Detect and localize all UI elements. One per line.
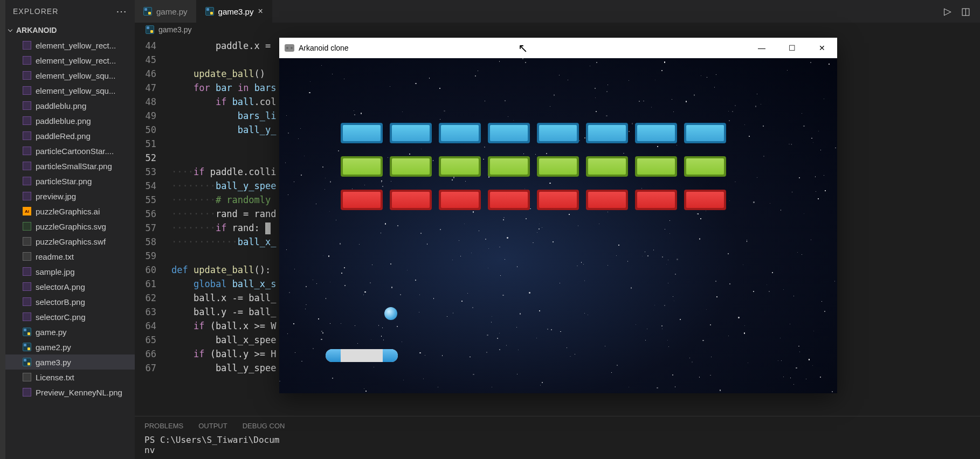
panel-tab[interactable]: OUTPUT xyxy=(198,422,227,430)
txt-file-icon xyxy=(23,373,31,381)
minimize-button[interactable]: — xyxy=(747,38,777,58)
file-item[interactable]: License.txt xyxy=(5,370,135,385)
file-item-label: element_yellow_squ... xyxy=(36,71,115,80)
brick-red xyxy=(488,190,530,210)
python-file-icon xyxy=(146,25,154,34)
brick-blue xyxy=(684,123,726,143)
file-item-label: puzzleGraphics.ai xyxy=(36,207,100,216)
bottom-panel: PROBLEMSOUTPUTDEBUG CON PS C:\Users\S_Ti… xyxy=(135,416,980,459)
tab-game3-py[interactable]: game3.py× xyxy=(197,0,272,23)
file-item-label: selectorC.png xyxy=(36,312,86,322)
file-item[interactable]: selectorA.png xyxy=(5,279,135,294)
maximize-button[interactable]: ☐ xyxy=(777,38,807,58)
file-item[interactable]: selectorC.png xyxy=(5,309,135,324)
file-item[interactable]: puzzleGraphics.svg xyxy=(5,219,135,234)
file-item-label: paddleRed.png xyxy=(36,131,91,141)
file-item[interactable]: Preview_KenneyNL.png xyxy=(5,385,135,400)
img-file-icon xyxy=(23,41,31,50)
file-item[interactable]: element_yellow_squ... xyxy=(5,83,135,98)
file-item[interactable]: paddleblu.png xyxy=(5,98,135,113)
run-icon[interactable]: ▷ xyxy=(944,5,951,17)
file-item-label: preview.jpg xyxy=(36,192,76,201)
file-item[interactable]: readme.txt xyxy=(5,249,135,264)
brick-green xyxy=(341,156,383,177)
brick-blue xyxy=(586,123,628,143)
window-title: Arkanoid clone xyxy=(299,44,349,52)
file-item-label: selectorB.png xyxy=(36,297,85,307)
file-item[interactable]: element_yellow_rect... xyxy=(5,53,135,68)
panel-tab[interactable]: DEBUG CON xyxy=(243,422,285,430)
close-button[interactable]: ✕ xyxy=(807,38,837,58)
file-item-label: puzzleGraphics.swf xyxy=(36,237,106,246)
file-item[interactable]: AipuzzleGraphics.ai xyxy=(5,204,135,219)
file-item-label: puzzleGraphics.svg xyxy=(36,222,106,231)
file-item-label: sample.jpg xyxy=(36,267,75,276)
file-item[interactable]: selectorB.png xyxy=(5,294,135,309)
img-file-icon xyxy=(23,147,31,155)
window-controls: — ☐ ✕ xyxy=(747,38,837,58)
file-item[interactable]: particleSmallStar.png xyxy=(5,158,135,173)
gamepad-icon xyxy=(285,44,294,52)
txt-file-icon xyxy=(23,237,31,246)
brick-blue xyxy=(439,123,481,143)
file-item[interactable]: preview.jpg xyxy=(5,189,135,204)
tabs-bar: game.pygame3.py× ▷ ◫ xyxy=(135,0,980,23)
file-item[interactable]: paddleblue.png xyxy=(5,113,135,128)
img-file-icon xyxy=(23,267,31,276)
file-item-label: element_yellow_rect... xyxy=(36,56,116,65)
tab-game-py[interactable]: game.py xyxy=(135,0,197,23)
editor-actions: ▷ ◫ xyxy=(944,0,980,23)
brick-green xyxy=(635,156,677,177)
file-item[interactable]: game.py xyxy=(5,324,135,339)
img-file-icon xyxy=(23,177,31,185)
brick-red xyxy=(635,190,677,210)
file-item-label: Preview_KenneyNL.png xyxy=(36,388,122,397)
folder-header[interactable]: ARKANOID xyxy=(5,23,135,38)
sidebar-header: EXPLORER ⋯ xyxy=(5,0,135,23)
brick-green xyxy=(488,156,530,177)
terminal-line: PS C:\Users\S_Tiwari\Docum xyxy=(144,435,980,445)
split-editor-icon[interactable]: ◫ xyxy=(961,5,970,17)
file-item-label: game2.py xyxy=(36,343,71,352)
file-item-label: element_yellow_squ... xyxy=(36,86,115,95)
explorer-title: EXPLORER xyxy=(13,7,58,16)
file-item[interactable]: game3.py xyxy=(5,354,135,370)
folder-name: ARKANOID xyxy=(16,26,57,34)
breadcrumb[interactable]: game3.py xyxy=(135,23,980,37)
ai-file-icon: Ai xyxy=(23,207,31,215)
brick-blue xyxy=(537,123,579,143)
file-item-label: paddleblue.png xyxy=(36,116,91,126)
file-list: element_yellow_rect...element_yellow_rec… xyxy=(5,38,135,459)
brick-red xyxy=(537,190,579,210)
terminal-output[interactable]: PS C:\Users\S_Tiwari\Docum nv xyxy=(135,435,980,459)
panel-tab[interactable]: PROBLEMS xyxy=(144,422,183,430)
file-item[interactable]: game2.py xyxy=(5,339,135,354)
brick-green xyxy=(537,156,579,177)
file-item-label: game3.py xyxy=(36,358,71,367)
game-canvas[interactable] xyxy=(279,58,837,393)
sidebar-more-icon[interactable]: ⋯ xyxy=(116,5,127,18)
file-item-label: particleStar.png xyxy=(36,177,92,186)
game-window: Arkanoid clone — ☐ ✕ xyxy=(279,38,837,393)
file-item[interactable]: particleCartoonStar.... xyxy=(5,143,135,158)
file-item[interactable]: paddleRed.png xyxy=(5,128,135,143)
py-file-icon xyxy=(23,358,31,366)
close-icon[interactable]: × xyxy=(258,6,263,16)
py-file-icon xyxy=(23,328,31,336)
brick-green xyxy=(684,156,726,177)
file-item[interactable]: puzzleGraphics.swf xyxy=(5,234,135,249)
file-item[interactable]: sample.jpg xyxy=(5,264,135,279)
img-file-icon xyxy=(23,162,31,170)
file-item[interactable]: element_yellow_rect... xyxy=(5,38,135,53)
file-item[interactable]: element_yellow_squ... xyxy=(5,68,135,83)
py-file-icon xyxy=(23,343,31,351)
img-file-icon xyxy=(23,116,31,125)
panel-tabs: PROBLEMSOUTPUTDEBUG CON xyxy=(135,416,980,435)
titlebar[interactable]: Arkanoid clone — ☐ ✕ xyxy=(279,38,837,58)
file-item[interactable]: particleStar.png xyxy=(5,173,135,189)
file-item-label: game.py xyxy=(36,328,67,337)
brick-blue xyxy=(341,123,383,143)
file-item-label: element_yellow_rect... xyxy=(36,41,116,50)
brick-blue xyxy=(635,123,677,143)
file-item-label: paddleblu.png xyxy=(36,101,86,110)
